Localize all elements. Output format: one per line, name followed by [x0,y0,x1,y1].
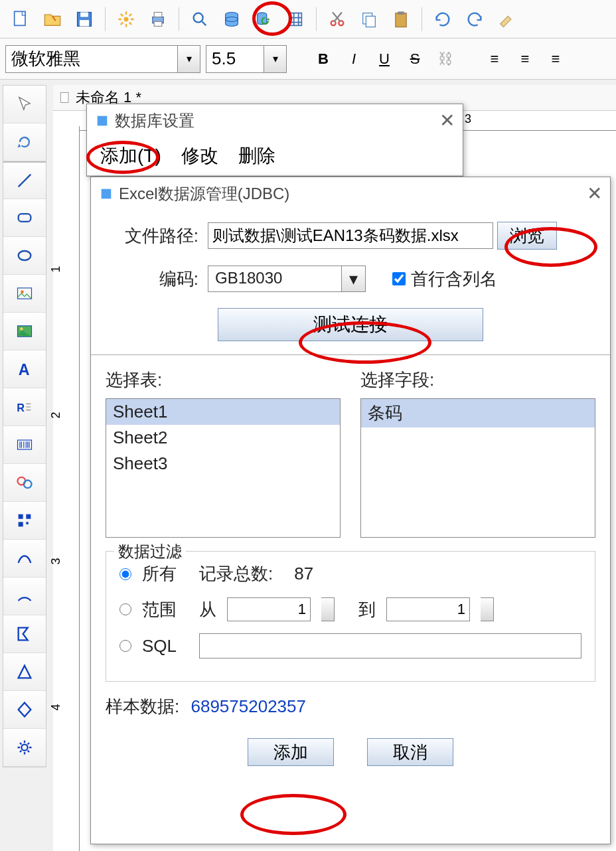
new-file-icon[interactable] [7,5,35,33]
cancel-button[interactable]: 取消 [367,738,453,766]
font-name-input[interactable]: 微软雅黑 [6,46,177,72]
font-name-dropdown-icon[interactable]: ▾ [177,46,200,72]
polygon-tool-icon[interactable] [3,615,46,653]
svg-point-30 [24,481,32,489]
underline-button[interactable]: U [372,46,397,72]
fields-listbox[interactable]: 条码 [360,398,595,538]
undo-icon[interactable] [429,5,457,33]
menu-delete[interactable]: 删除 [238,143,275,169]
svg-rect-34 [26,522,29,524]
grid-icon[interactable] [281,5,309,33]
line-tool-icon[interactable] [3,161,46,199]
barcode-tool-icon[interactable] [3,426,46,464]
browse-button[interactable]: 浏览 [497,222,557,250]
font-size-input[interactable]: 5.5 [206,46,264,72]
to-spinner-icon[interactable] [481,597,494,621]
database-modal-title: 数据库设置 [115,110,194,131]
zoom-icon[interactable] [186,5,214,33]
open-file-icon[interactable] [38,5,66,33]
ellipse-tool-icon[interactable] [3,237,46,275]
document-icon [58,91,72,104]
cut-icon[interactable] [323,5,351,33]
file-path-label: 文件路径: [106,224,198,248]
italic-button[interactable]: I [341,46,366,72]
svg-text:R: R [17,402,25,414]
from-spinner-icon[interactable] [321,597,335,621]
align-center-icon[interactable]: ≡ [512,46,538,72]
svg-text:A: A [19,361,30,378]
first-row-checkbox[interactable] [392,272,406,285]
tables-listbox[interactable]: Sheet1 Sheet2 Sheet3 [106,398,341,538]
font-size-combo[interactable]: 5.5▾ [206,45,287,73]
sql-input[interactable] [199,633,581,658]
link-icon[interactable]: ⛓ [433,46,458,72]
encoding-select[interactable]: GB18030 ▾ [208,266,366,292]
list-item[interactable]: Sheet2 [106,425,340,451]
from-input[interactable] [227,597,311,621]
svg-point-8 [194,13,203,22]
rotate-tool-icon[interactable] [3,123,46,161]
menu-modify[interactable]: 修改 [181,143,218,169]
save-file-icon[interactable] [70,5,98,33]
file-path-input[interactable] [208,222,493,249]
select-table-label: 选择表: [106,368,341,392]
brush-icon[interactable] [493,5,520,33]
richtext-tool-icon[interactable]: R [3,388,46,426]
svg-rect-33 [19,522,23,526]
close-icon[interactable]: ✕ [439,110,455,131]
strike-button[interactable]: S [402,46,427,72]
rounded-rect-tool-icon[interactable] [3,199,46,237]
database-icon[interactable] [218,5,246,33]
redo-icon[interactable] [461,5,489,33]
svg-rect-18 [398,11,404,15]
pointer-tool-icon[interactable] [3,86,46,123]
picture-tool-icon[interactable] [3,313,46,350]
triangle-tool-icon[interactable] [3,653,46,691]
list-item[interactable]: Sheet3 [106,451,340,477]
filter-sql-label: SQL [142,636,189,657]
font-size-dropdown-icon[interactable]: ▾ [264,46,286,72]
ruler-tick: 4 [49,704,63,710]
text-tool-icon[interactable]: A [3,350,46,388]
filter-all-radio[interactable] [119,568,131,580]
align-left-icon[interactable]: ≡ [482,46,507,72]
filter-sql-radio[interactable] [119,640,131,652]
svg-rect-7 [154,21,162,26]
copy-icon[interactable] [355,5,383,33]
database-modal-titlebar: 数据库设置 ✕ [87,104,463,137]
menu-add[interactable]: 添加(T) [100,143,161,169]
filter-range-radio[interactable] [119,603,131,615]
add-button[interactable]: 添加 [248,738,334,766]
close-icon[interactable]: ✕ [587,183,602,204]
font-name-combo[interactable]: 微软雅黑▾ [5,45,200,73]
sample-label: 样本数据: [106,696,179,716]
list-item[interactable]: 条码 [361,399,595,427]
gear-tool-icon[interactable] [3,729,46,767]
svg-rect-37 [98,116,108,125]
arc-tool-icon[interactable] [3,578,46,615]
paste-icon[interactable] [387,5,415,33]
modal-icon [99,187,114,201]
from-label: 从 [199,598,216,621]
svg-rect-2 [80,12,88,17]
encoding-dropdown-icon[interactable]: ▾ [341,266,365,291]
encoding-value: GB18030 [208,266,341,291]
curve-tool-icon[interactable] [3,540,46,578]
list-item[interactable]: Sheet1 [106,399,340,425]
align-right-icon[interactable]: ≡ [543,46,568,72]
ruler-tick: 3 [465,112,471,126]
database-refresh-icon[interactable] [250,5,277,33]
to-input[interactable] [386,597,470,621]
image-tool-icon[interactable] [3,275,46,313]
qrcode-tool-icon[interactable] [3,502,46,540]
print-icon[interactable] [144,5,172,33]
settings-icon[interactable] [112,5,140,33]
encoding-label: 编码: [106,268,198,291]
diamond-tool-icon[interactable] [3,691,46,729]
vertical-ruler: 1 2 3 4 [53,126,80,851]
bold-button[interactable]: B [311,46,336,72]
test-connection-button[interactable]: 测试连接 [218,308,483,341]
shape-tool-icon[interactable] [3,464,46,502]
filter-all-label: 所有 [142,562,189,585]
svg-rect-3 [80,20,89,26]
